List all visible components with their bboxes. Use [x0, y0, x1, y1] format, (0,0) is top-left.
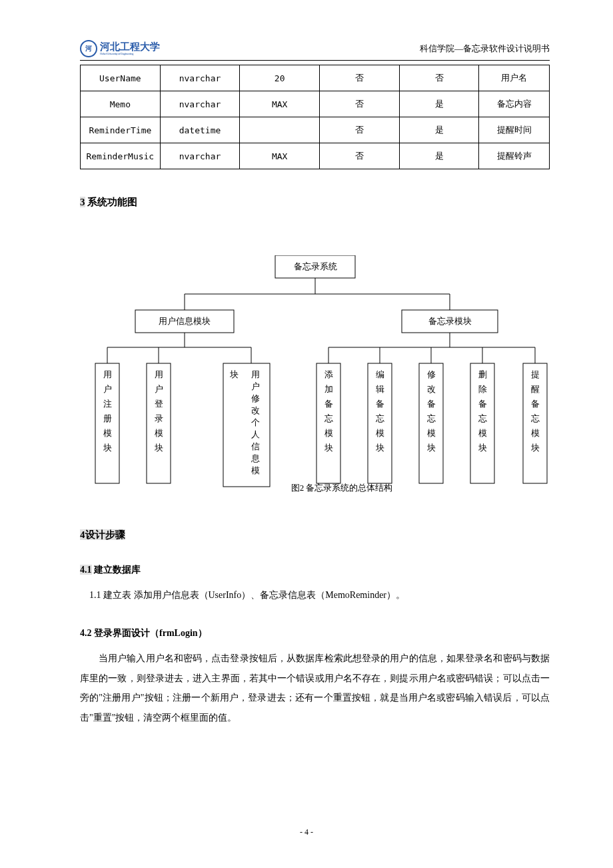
table-cell: ReminderTime: [81, 117, 161, 143]
table-cell: UserName: [81, 65, 161, 91]
logo-text: 河北工程大学: [100, 42, 160, 52]
subsection-number: 4.1: [80, 565, 92, 575]
table-row: ReminderMusic nvarchar MAX 否 是 提醒铃声: [81, 143, 550, 169]
diagram-container: 备忘录系统 用户信息模块 备忘录模块: [80, 255, 550, 502]
page: 河 河北工程大学 Hebei University of Engineering…: [0, 0, 613, 868]
svg-rect-22: [316, 363, 340, 483]
header-divider: [80, 60, 550, 61]
logo-subtitle: Hebei University of Engineering: [100, 52, 160, 55]
section-3-heading: 3 系统功能图: [80, 196, 550, 209]
table-cell: 提醒时间: [479, 117, 550, 143]
diagram-root: 备忘录系统: [293, 261, 336, 271]
table-cell: 用户名: [479, 65, 550, 91]
page-footer: - 4 -: [0, 827, 613, 837]
table-cell: nvarchar: [160, 143, 240, 169]
section-41-body: 1.1 建立表 添加用户信息表（UserInfo）、备忘录信息表（MemoRem…: [80, 585, 550, 605]
table-cell: nvarchar: [160, 91, 240, 117]
subsection-number: 4.2: [80, 628, 92, 638]
subsection-title: 登录界面设计（frmLogin）: [92, 628, 207, 638]
svg-rect-25: [470, 363, 494, 483]
section-number: 4: [80, 529, 85, 540]
svg-rect-20: [147, 363, 171, 483]
svg-rect-24: [419, 363, 443, 483]
subsection-title: 建立数据库: [92, 565, 141, 575]
logo-block: 河 河北工程大学 Hebei University of Engineering: [80, 40, 160, 57]
table-cell: 20: [240, 65, 320, 91]
org-chart-diagram: 备忘录系统 用户信息模块 备忘录模块: [82, 255, 548, 502]
header-right-text: 科信学院—备忘录软件设计说明书: [420, 43, 550, 55]
table-cell: 否: [320, 65, 400, 91]
table-cell: Memo: [81, 91, 161, 117]
section-number: 3: [80, 197, 85, 207]
svg-rect-21: [223, 363, 270, 487]
diagram-branch-left: 用户信息模块: [159, 316, 211, 326]
table-cell: 否: [399, 65, 479, 91]
table-cell: MAX: [240, 91, 320, 117]
data-table: UserName nvarchar 20 否 否 用户名 Memo nvarch…: [80, 65, 550, 169]
table-cell: MAX: [240, 143, 320, 169]
diagram-caption: 图2 备忘录系统的总体结构: [291, 483, 392, 493]
section-4-heading: 4设计步骤: [80, 529, 550, 541]
table-cell: 备忘内容: [479, 91, 550, 117]
table-cell: [240, 117, 320, 143]
logo-icon: 河: [80, 40, 97, 57]
section-42-heading: 4.2 登录界面设计（frmLogin）: [80, 627, 550, 639]
table-cell: 否: [320, 91, 400, 117]
table-cell: nvarchar: [160, 65, 240, 91]
table-row: UserName nvarchar 20 否 否 用户名: [81, 65, 550, 91]
table-cell: 是: [399, 91, 479, 117]
section-42-body: 当用户输入用户名和密码，点击登录按钮后，从数据库检索此想登录的用户的信息，如果登…: [80, 649, 550, 727]
table-cell: 否: [320, 117, 400, 143]
svg-rect-26: [523, 363, 547, 483]
table-cell: 是: [399, 117, 479, 143]
table-cell: 否: [320, 143, 400, 169]
table-cell: 提醒铃声: [479, 143, 550, 169]
header: 河 河北工程大学 Hebei University of Engineering…: [80, 40, 550, 57]
table-cell: ReminderMusic: [81, 143, 161, 169]
diagram-branch-right: 备忘录模块: [428, 316, 471, 326]
table-cell: datetime: [160, 117, 240, 143]
section-title: 系统功能图: [85, 197, 138, 207]
svg-rect-23: [368, 363, 392, 483]
svg-rect-19: [95, 363, 119, 483]
table-row: ReminderTime datetime 否 是 提醒时间: [81, 117, 550, 143]
table-cell: 是: [399, 143, 479, 169]
table-row: Memo nvarchar MAX 否 是 备忘内容: [81, 91, 550, 117]
section-title: 设计步骤: [85, 529, 125, 540]
diagram-leaf: 用户修改个人信息模: [250, 369, 259, 475]
section-41-heading: 4.1 建立数据库: [80, 564, 550, 576]
diagram-leaf-prefix: 块: [229, 369, 238, 379]
